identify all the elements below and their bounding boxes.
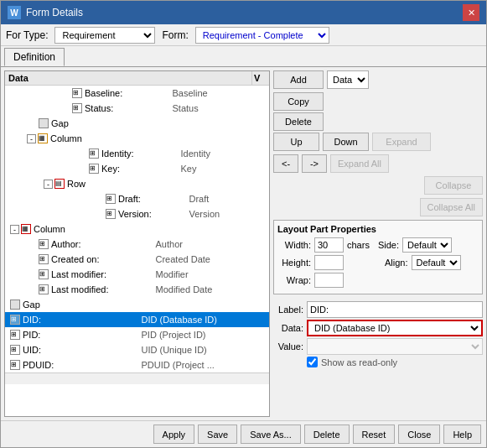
tree-row[interactable]: ⊞ PDUID: PDUID (Project ... [5, 357, 269, 372]
width-input[interactable] [314, 237, 344, 253]
app-icon: W [8, 6, 21, 19]
up-button[interactable]: Up [273, 133, 319, 151]
label-field-row: Label: [273, 301, 483, 318]
layout-props-title: Layout Part Properties [277, 224, 479, 234]
copy-button[interactable]: Copy [273, 92, 324, 111]
layout-props-panel: Layout Part Properties Width: chars Side… [273, 220, 483, 294]
delete-item-button[interactable]: Delete [273, 112, 324, 131]
height-row: Height: Align: Default [277, 255, 479, 270]
expand-button: Expand [372, 133, 431, 151]
value-field-row: Value: [273, 338, 483, 355]
label-field-label: Label: [273, 305, 303, 315]
tree-horizontal-scrollbar[interactable] [5, 372, 269, 384]
tree-row-did[interactable]: ⊞ DID: DID (Database ID) [5, 312, 269, 327]
btn-row-leftright: <- -> Expand All [273, 154, 483, 173]
width-label: Width: [277, 240, 311, 250]
title-bar: W Form Details ✕ [1, 1, 486, 24]
window-close-button[interactable]: ✕ [463, 4, 479, 21]
tree-row[interactable]: - ▤ Row [5, 176, 269, 191]
right-panel: Add Data Copy Delete Up Down Expand [273, 70, 483, 417]
save-as-button[interactable]: Save As... [241, 425, 301, 444]
tree-row[interactable]: - ▦ Column [5, 131, 269, 146]
show-readonly-row: Show as read-only [273, 357, 483, 367]
data-field-row: Data: DID (Database ID) [273, 320, 483, 336]
tree-row[interactable]: ⊞ Last modified: Modified Date [5, 282, 269, 297]
tree-col-data-header: Data [5, 71, 252, 85]
width-unit: chars [347, 240, 370, 250]
bottom-bar: Apply Save Save As... Delete Reset Close… [1, 420, 486, 447]
apply-button[interactable]: Apply [153, 425, 195, 444]
tree-row[interactable]: ⊞ Status: Status [5, 101, 269, 116]
align-label: Align: [385, 258, 408, 268]
add-button[interactable]: Add [273, 70, 324, 89]
side-label: Side: [378, 240, 399, 250]
btn-row-updown: Up Down Expand [273, 133, 483, 151]
tree-row[interactable]: ⊞ Author: Author [5, 237, 269, 252]
tabs: Definition [1, 46, 486, 67]
btn-row-delete: Delete [273, 112, 483, 131]
value-field-label: Value: [273, 341, 303, 352]
btn-row-collapse: Collapse [273, 176, 483, 195]
wrap-row: Wrap: [277, 273, 479, 288]
tree-row[interactable]: ⊞ Created on: Created Date [5, 252, 269, 267]
tree-row[interactable]: ⊞ Last modifier: Modifier [5, 267, 269, 282]
tree-row[interactable]: Gap [5, 116, 269, 131]
value-field-select[interactable] [307, 338, 483, 355]
show-readonly-label: Show as read-only [321, 357, 397, 367]
show-readonly-checkbox[interactable] [307, 357, 318, 367]
tab-definition[interactable]: Definition [4, 48, 65, 66]
form-header: For Type: Requirement Form: Requirement … [1, 24, 486, 46]
field-section: Label: Data: DID (Database ID) Value: [273, 301, 483, 367]
tree-row[interactable]: ⊞ Identity: Identity [5, 146, 269, 161]
tree-col-v-header: V [252, 71, 269, 85]
tree-row[interactable]: ⊞ Baseline: Baseline [5, 86, 269, 101]
right-button[interactable]: -> [302, 154, 327, 173]
wrap-input[interactable] [314, 273, 344, 288]
height-label: Height: [277, 258, 311, 268]
title-bar-left: W Form Details [8, 6, 83, 19]
wrap-label: Wrap: [277, 275, 311, 285]
left-button[interactable]: <- [273, 154, 298, 173]
form-details-window: W Form Details ✕ For Type: Requirement F… [0, 0, 487, 448]
tree-row[interactable]: - ▦ Column [5, 221, 269, 237]
data-field-label: Data: [273, 323, 303, 333]
delete-button[interactable]: Delete [304, 425, 350, 444]
width-row: Width: chars Side: Default [277, 237, 479, 253]
btn-row-copy: Copy [273, 92, 483, 111]
tree-row[interactable]: ⊞ Key: Key [5, 161, 269, 176]
tree-header: Data V [5, 71, 269, 86]
close-button[interactable]: Close [398, 425, 440, 444]
align-select[interactable]: Default [412, 255, 461, 270]
data-field-select[interactable]: DID (Database ID) [307, 320, 483, 336]
label-field-input[interactable] [307, 301, 483, 318]
tree-row[interactable]: ⊞ Draft: Draft [5, 191, 269, 206]
collapse-button: Collapse [424, 176, 483, 195]
tree-row[interactable]: ⊞ Version: Version [5, 206, 269, 221]
form-label: Form: [162, 29, 188, 41]
tree-row[interactable]: ⊞ UID: UID (Unique ID) [5, 342, 269, 357]
for-type-label: For Type: [6, 29, 48, 41]
tree-content: ⊞ Baseline: Baseline ⊞ Status: Status [5, 86, 269, 372]
expand-all-button: Expand All [330, 154, 389, 173]
help-button[interactable]: Help [443, 425, 481, 444]
save-button[interactable]: Save [198, 425, 237, 444]
form-select[interactable]: Requirement - Complete [195, 27, 329, 44]
add-row: Add Data [273, 70, 483, 89]
height-input[interactable] [314, 255, 344, 270]
tree-panel: Data V ⊞ Baseline: Baseline ⊞ Status: [4, 70, 270, 417]
add-type-select[interactable]: Data [327, 70, 369, 89]
tree-row[interactable]: Gap [5, 297, 269, 312]
window-title: Form Details [26, 7, 83, 18]
side-select[interactable]: Default [402, 237, 452, 253]
main-content: Data V ⊞ Baseline: Baseline ⊞ Status: [1, 67, 486, 420]
tree-row[interactable]: ⊞ PID: PID (Project ID) [5, 327, 269, 342]
btn-row-collapse-all: Collapse All [273, 198, 483, 216]
collapse-all-button: Collapse All [420, 198, 483, 216]
down-button[interactable]: Down [323, 133, 369, 151]
for-type-select[interactable]: Requirement [54, 27, 155, 44]
reset-button[interactable]: Reset [353, 425, 396, 444]
action-buttons: Add Data Copy Delete Up Down Expand [273, 70, 483, 216]
